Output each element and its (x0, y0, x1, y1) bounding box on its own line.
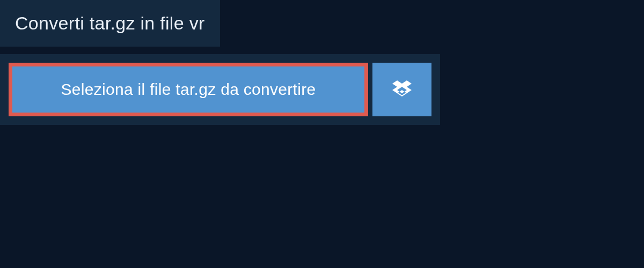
dropbox-button[interactable] (372, 63, 431, 116)
upload-section: Seleziona il file tar.gz da convertire (0, 54, 440, 125)
page-title: Converti tar.gz in file vr (15, 13, 205, 34)
page-header: Converti tar.gz in file vr (0, 0, 220, 47)
dropbox-icon (392, 79, 412, 100)
select-file-button[interactable]: Seleziona il file tar.gz da convertire (9, 63, 368, 116)
